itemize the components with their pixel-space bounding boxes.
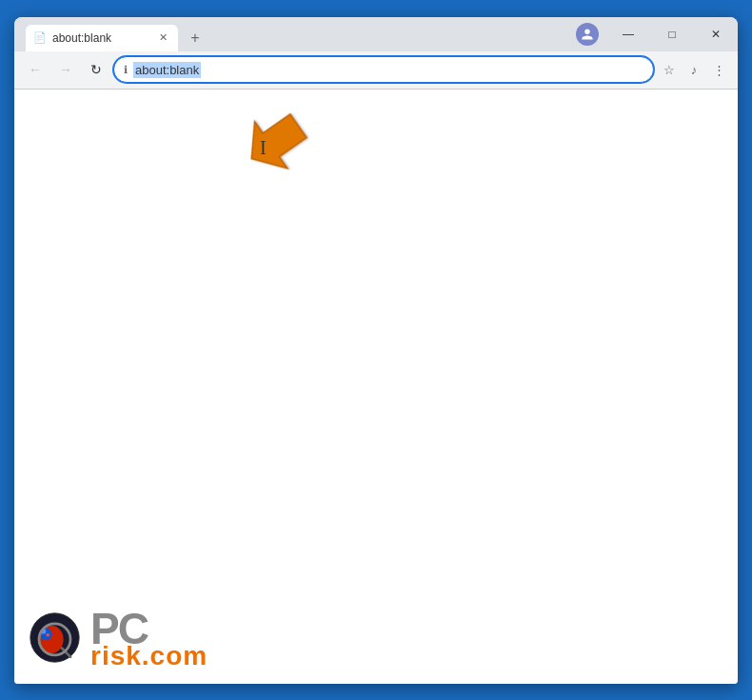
tab-title: about:blank	[52, 31, 149, 45]
tab-strip: 📄 about:blank ✕ +	[22, 17, 208, 51]
profile-icon[interactable]	[576, 23, 599, 46]
nav-actions: ☆ ♪ ⋮	[658, 58, 730, 81]
maximize-button[interactable]: □	[650, 17, 694, 51]
bookmark-button[interactable]: ☆	[658, 58, 681, 81]
back-button[interactable]: ←	[22, 56, 49, 83]
address-bar[interactable]: ℹ about:blank	[113, 56, 654, 83]
tab-page-icon: 📄	[33, 31, 47, 44]
reload-button[interactable]: ↻	[83, 56, 109, 83]
pcrisk-logo	[29, 611, 81, 664]
risk-domain: risk.com	[90, 643, 208, 670]
address-text[interactable]: about:blank	[133, 62, 201, 78]
nav-bar: ← → ↻ ℹ about:blank ☆ ♪ ⋮	[14, 51, 738, 90]
svg-point-6	[46, 633, 49, 637]
svg-marker-0	[243, 109, 309, 180]
info-icon: ℹ	[124, 64, 128, 76]
tab-close-button[interactable]: ✕	[155, 30, 170, 46]
menu-button[interactable]: ⋮	[707, 58, 730, 81]
active-tab[interactable]: 📄 about:blank ✕	[26, 25, 178, 51]
minimize-button[interactable]: —	[606, 17, 650, 51]
music-button[interactable]: ♪	[683, 58, 705, 81]
profile-area[interactable]	[568, 23, 606, 46]
close-button[interactable]: ✕	[694, 17, 738, 51]
watermark-text: PC risk.com	[90, 607, 208, 670]
forward-button[interactable]: →	[52, 56, 79, 83]
text-cursor-icon: I	[260, 137, 267, 159]
watermark: PC risk.com	[29, 607, 208, 670]
browser-window: 📄 about:blank ✕ + — □ ✕	[14, 17, 738, 684]
content-area: I PC risk.com	[14, 90, 738, 684]
new-tab-button[interactable]: +	[182, 25, 208, 51]
title-bar: 📄 about:blank ✕ + — □ ✕	[14, 17, 738, 51]
window-controls: — □ ✕	[568, 17, 738, 51]
